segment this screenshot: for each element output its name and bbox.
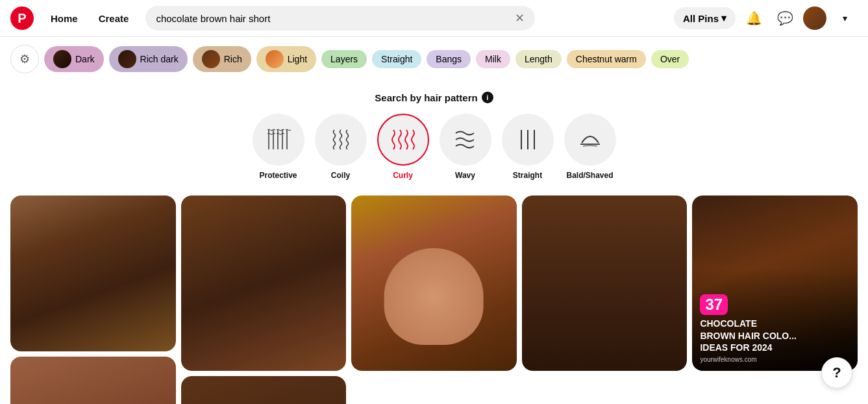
wavy-icon	[449, 123, 482, 156]
sliders-icon: ⚙	[19, 52, 30, 66]
bald-icon	[574, 123, 606, 156]
chip-straight-label: Straight	[381, 54, 412, 64]
pattern-curly[interactable]: Curly	[377, 114, 429, 180]
chip-rich-dark-label: Rich dark	[140, 54, 179, 64]
chip-over-label: Over	[660, 54, 680, 64]
main-nav: Home Create	[42, 8, 138, 29]
coily-icon	[325, 123, 357, 156]
pattern-options: Protective Coily	[10, 114, 858, 180]
chip-length[interactable]: Length	[515, 50, 562, 68]
pin-col-1	[181, 196, 347, 404]
pattern-wavy[interactable]: Wavy	[440, 114, 491, 180]
wavy-circle	[440, 114, 491, 166]
chip-straight[interactable]: Straight	[372, 50, 421, 68]
section-title: Search by hair pattern i	[10, 92, 858, 103]
search-bar: ✕	[145, 6, 535, 31]
chip-rich-dark-avatar	[118, 50, 136, 68]
pin-image-1	[10, 196, 176, 351]
pin-card-6[interactable]	[10, 357, 176, 404]
chip-light-avatar	[266, 50, 284, 68]
pin-image-4	[522, 196, 688, 371]
chip-layers[interactable]: Layers	[321, 50, 367, 68]
protective-label: Protective	[259, 171, 297, 180]
bell-icon: 🔔	[746, 10, 762, 26]
wavy-label: Wavy	[455, 171, 475, 180]
nav-home[interactable]: Home	[42, 8, 87, 29]
pattern-protective[interactable]: Protective	[253, 114, 304, 180]
pin-col-2	[351, 196, 517, 404]
chip-chestnut-warm[interactable]: Chestnut warm	[567, 50, 646, 68]
chip-milk-label: Milk	[485, 54, 501, 64]
coily-label: Coily	[331, 171, 350, 180]
all-pins-dropdown[interactable]: All Pins ▾	[674, 7, 736, 29]
curly-circle	[377, 114, 429, 166]
chip-chestnut-warm-label: Chestnut warm	[576, 54, 637, 64]
pin-card-3[interactable]	[351, 196, 517, 371]
header-right: All Pins ▾ 🔔 💬 ▾	[674, 5, 858, 31]
chip-dark-label: Dark	[75, 54, 95, 64]
chip-rich-dark[interactable]: Rich dark	[109, 46, 188, 72]
chip-light-label: Light	[288, 54, 307, 64]
search-clear-button[interactable]: ✕	[515, 11, 525, 25]
pin-5-badge-number: 37	[705, 296, 723, 313]
pinterest-logo[interactable]: P	[10, 6, 34, 30]
search-input[interactable]	[156, 13, 510, 24]
pin-col-0	[10, 196, 176, 404]
straight-icon	[512, 123, 544, 156]
curly-label: Curly	[393, 171, 413, 180]
all-pins-label: All Pins	[683, 13, 719, 24]
straight-label: Straight	[513, 171, 542, 180]
pin-card-1[interactable]	[10, 196, 176, 351]
help-label: ?	[832, 364, 841, 381]
pin-grid: 37 CHOCOLATE BROWN HAIR COLO... IDEAS FO…	[0, 190, 868, 404]
curly-icon	[387, 123, 419, 156]
chevron-down-icon: ▾	[843, 13, 847, 23]
chip-dark[interactable]: Dark	[44, 46, 104, 72]
notifications-button[interactable]: 🔔	[741, 5, 767, 31]
pin-col-3	[522, 196, 688, 404]
chevron-down-icon: ▾	[721, 12, 726, 24]
filter-icon-button[interactable]: ⚙	[10, 45, 39, 73]
chip-dark-avatar	[53, 50, 71, 68]
coily-circle	[315, 114, 367, 166]
chip-layers-label: Layers	[330, 54, 358, 64]
protective-icon	[262, 123, 295, 156]
pin-5-overlay-text: CHOCOLATE BROWN HAIR COLO... IDEAS FOR 2…	[700, 318, 850, 353]
messages-button[interactable]: 💬	[772, 5, 798, 31]
straight-circle	[502, 114, 554, 166]
bald-circle	[564, 114, 616, 166]
chip-bangs-label: Bangs	[436, 54, 462, 64]
filter-bar: ⚙ Dark Rich dark Rich Light Layers Strai…	[0, 37, 868, 81]
info-icon[interactable]: i	[482, 92, 493, 103]
protective-circle	[253, 114, 304, 166]
pin-image-7	[181, 376, 347, 404]
pattern-coily[interactable]: Coily	[315, 114, 367, 180]
chip-rich-avatar	[202, 50, 220, 68]
pin-card-7[interactable]	[181, 376, 347, 404]
app-header: P Home Create ✕ All Pins ▾ 🔔 💬 ▾	[0, 0, 868, 37]
account-avatar[interactable]	[803, 6, 826, 30]
chip-light[interactable]: Light	[256, 46, 316, 72]
pattern-straight[interactable]: Straight	[502, 114, 554, 180]
pin-card-4[interactable]	[522, 196, 688, 371]
pin-card-2[interactable]	[181, 196, 347, 371]
pin-image-2	[181, 196, 347, 371]
pin-card-5[interactable]: 37 CHOCOLATE BROWN HAIR COLO... IDEAS FO…	[692, 196, 858, 371]
hair-pattern-section: Search by hair pattern i	[0, 81, 868, 190]
nav-create[interactable]: Create	[90, 8, 138, 29]
chip-over[interactable]: Over	[651, 50, 689, 68]
pin-image-6	[10, 357, 176, 404]
chip-bangs[interactable]: Bangs	[427, 50, 471, 68]
chip-milk[interactable]: Milk	[476, 50, 510, 68]
chip-length-label: Length	[525, 54, 552, 64]
pin-image-3	[351, 196, 517, 371]
account-dropdown-button[interactable]: ▾	[832, 5, 858, 31]
chip-rich-label: Rich	[224, 54, 242, 64]
bald-label: Bald/Shaved	[566, 171, 613, 180]
pattern-bald-shaved[interactable]: Bald/Shaved	[564, 114, 616, 180]
pin-image-5: 37 CHOCOLATE BROWN HAIR COLO... IDEAS FO…	[692, 196, 858, 371]
help-button[interactable]: ?	[821, 357, 852, 388]
chip-rich[interactable]: Rich	[193, 46, 251, 72]
chat-icon: 💬	[777, 10, 793, 26]
